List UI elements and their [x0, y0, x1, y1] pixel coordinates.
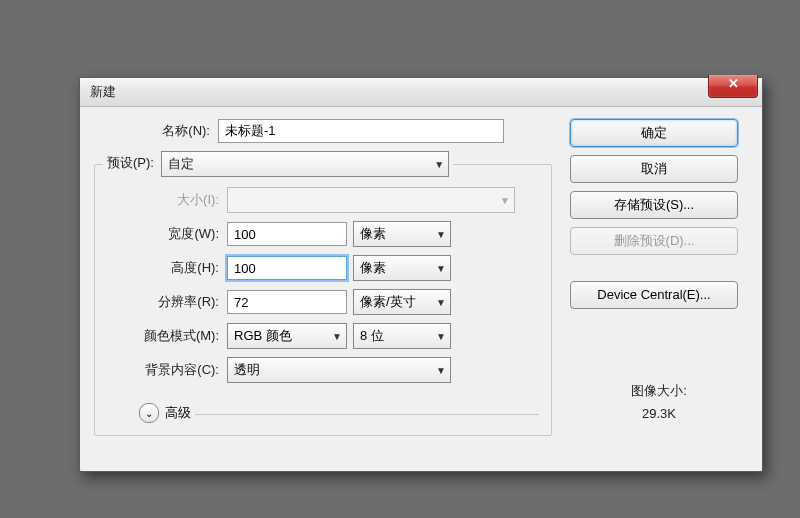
chevron-down-icon: ▼: [436, 331, 446, 342]
size-combo: ▼: [227, 187, 515, 213]
titlebar[interactable]: 新建 ✕: [80, 78, 762, 107]
width-label: 宽度(W):: [103, 225, 221, 243]
chevron-down-icon: ▼: [436, 263, 446, 274]
resolution-unit-combo[interactable]: 像素/英寸 ▼: [353, 289, 451, 315]
divider: [195, 414, 539, 415]
chevron-down-icon: ⌄: [145, 408, 153, 419]
save-preset-button[interactable]: 存储预设(S)...: [570, 191, 738, 219]
cancel-button[interactable]: 取消: [570, 155, 738, 183]
image-size-value: 29.3K: [570, 402, 748, 425]
color-mode-value: RGB 颜色: [234, 327, 292, 345]
name-label: 名称(N):: [94, 122, 212, 140]
new-document-dialog: 新建 ✕ 名称(N): 预设(P): 自定 ▼ 大小(I):: [79, 77, 763, 472]
close-icon: ✕: [728, 76, 739, 91]
color-depth-value: 8 位: [360, 327, 384, 345]
preset-combo[interactable]: 自定 ▼: [161, 151, 449, 177]
dialog-title: 新建: [90, 83, 116, 101]
chevron-down-icon: ▼: [436, 229, 446, 240]
name-input[interactable]: [218, 119, 504, 143]
device-central-button[interactable]: Device Central(E)...: [570, 281, 738, 309]
chevron-down-icon: ▼: [434, 159, 444, 170]
resolution-label: 分辨率(R):: [103, 293, 221, 311]
width-input[interactable]: [227, 222, 347, 246]
color-depth-combo[interactable]: 8 位 ▼: [353, 323, 451, 349]
background-combo[interactable]: 透明 ▼: [227, 357, 451, 383]
chevron-down-icon: ▼: [436, 297, 446, 308]
height-unit-value: 像素: [360, 259, 386, 277]
image-size-readout: 图像大小: 29.3K: [570, 379, 748, 426]
close-button[interactable]: ✕: [708, 75, 758, 98]
width-unit-combo[interactable]: 像素 ▼: [353, 221, 451, 247]
background-value: 透明: [234, 361, 260, 379]
chevron-down-icon: ▼: [500, 195, 510, 206]
resolution-unit-value: 像素/英寸: [360, 293, 416, 311]
preset-legend: 预设(P):: [107, 155, 154, 170]
preset-group: 预设(P): 自定 ▼ 大小(I): ▼ 宽度(W):: [94, 151, 552, 436]
resolution-input[interactable]: [227, 290, 347, 314]
color-mode-combo[interactable]: RGB 颜色 ▼: [227, 323, 347, 349]
advanced-toggle[interactable]: ⌄: [139, 403, 159, 423]
height-unit-combo[interactable]: 像素 ▼: [353, 255, 451, 281]
preset-value: 自定: [168, 155, 194, 173]
width-unit-value: 像素: [360, 225, 386, 243]
ok-button[interactable]: 确定: [570, 119, 738, 147]
delete-preset-button: 删除预设(D)...: [570, 227, 738, 255]
chevron-down-icon: ▼: [332, 331, 342, 342]
height-input[interactable]: [227, 256, 347, 280]
advanced-label: 高级: [165, 404, 191, 422]
size-label: 大小(I):: [103, 191, 221, 209]
background-label: 背景内容(C):: [103, 361, 221, 379]
image-size-label: 图像大小:: [570, 379, 748, 402]
color-mode-label: 颜色模式(M):: [103, 327, 221, 345]
chevron-down-icon: ▼: [436, 365, 446, 376]
height-label: 高度(H):: [103, 259, 221, 277]
